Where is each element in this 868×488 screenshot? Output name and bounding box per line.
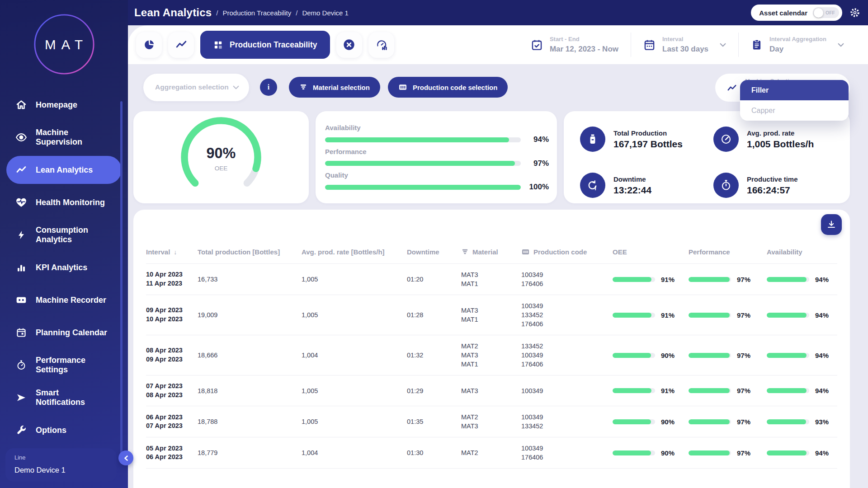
total-production-stat: Total Production 167,197 Bottles — [580, 127, 713, 152]
availability-cell: 94% — [767, 449, 837, 457]
trend-view-button[interactable] — [168, 32, 194, 58]
rate-cell: 1,005 — [302, 418, 407, 425]
table-row[interactable]: 07 Apr 202308 Apr 2023 18,818 1,005 01:2… — [146, 375, 837, 406]
total-cell: 18,666 — [198, 352, 302, 359]
col-total-production[interactable]: Total production [Bottles] — [198, 248, 302, 256]
app-logo[interactable]: MAT — [0, 0, 128, 89]
calendar-check-icon — [531, 39, 543, 51]
quality-meter: Quality 100% — [325, 171, 549, 192]
table-row[interactable]: 06 Apr 202307 Apr 2023 18,788 1,005 01:3… — [146, 406, 837, 437]
bottle-icon — [580, 127, 605, 152]
sidebar-item-smart-notifications[interactable]: Smart Notifications — [6, 381, 122, 414]
oee-label: OEE — [215, 165, 228, 172]
asset-calendar-label: Asset calendar — [759, 9, 807, 17]
performance-meter: Performance 97% — [325, 148, 549, 168]
material-icon — [461, 248, 469, 256]
machine-selection-menu: Filler Capper — [740, 80, 849, 121]
asset-calendar-toggle[interactable]: OFF — [813, 7, 839, 18]
sidebar-item-homepage[interactable]: Homepage — [6, 89, 122, 121]
heart-pulse-icon — [15, 197, 27, 208]
performance-cell: 97% — [689, 352, 767, 359]
sidebar-collapse-button[interactable] — [118, 450, 133, 465]
table-header: Interval ↓ Total production [Bottles] Av… — [146, 210, 837, 264]
table-row[interactable]: 10 Apr 202311 Apr 2023 16,733 1,005 01:2… — [146, 264, 837, 295]
sidebar-item-kpi-analytics[interactable]: KPI Analytics — [6, 251, 122, 284]
sidebar-item-machine-supervision[interactable]: Machine Supervision — [6, 121, 122, 154]
col-interval[interactable]: Interval ↓ — [146, 248, 198, 256]
pie-chart-view-button[interactable] — [136, 32, 162, 58]
menu-item-filler[interactable]: Filler — [740, 80, 849, 100]
material-cell: MAT2 — [461, 448, 521, 457]
gauge-report-view-button[interactable] — [368, 32, 394, 58]
production-traceability-button[interactable]: Production Traceability — [200, 31, 330, 59]
machine-selection-control[interactable]: Machine Selection Filler Capper — [715, 74, 850, 102]
rate-cell: 1,005 — [302, 276, 407, 283]
gauge-chart-icon — [375, 39, 387, 51]
col-performance[interactable]: Performance — [689, 248, 767, 256]
col-material[interactable]: Material — [461, 248, 521, 256]
code-cell: 100349176406 — [521, 270, 613, 288]
sidebar-item-health-monitoring[interactable]: Health Monitoring — [6, 186, 122, 219]
table-row[interactable]: 09 Apr 202310 Apr 2023 19,009 1,005 01:2… — [146, 295, 837, 335]
interval-cell: 06 Apr 202307 Apr 2023 — [146, 413, 198, 431]
download-button[interactable] — [821, 214, 842, 235]
date-range-control[interactable]: Start - End Mar 12, 2023 - Now — [519, 36, 631, 54]
asset-calendar-control: Asset calendar OFF — [751, 5, 842, 21]
menu-item-capper[interactable]: Capper — [740, 100, 849, 121]
material-selection-button[interactable]: Material selection — [289, 77, 380, 98]
downtime-cell: 01:20 — [407, 276, 461, 283]
table-row[interactable]: 05 Apr 202306 Apr 2023 18,779 1,004 01:3… — [146, 437, 837, 469]
breadcrumb-item-device[interactable]: Demo Device 1 — [302, 9, 349, 17]
cassette-icon — [15, 294, 27, 306]
sidebar-item-performance-settings[interactable]: Performance Settings — [6, 349, 122, 381]
oee-cell: 91% — [613, 387, 689, 394]
aggregation-select[interactable]: Aggregation selection — [143, 74, 249, 101]
col-production-code[interactable]: Production code — [521, 248, 613, 256]
performance-cell: 97% — [689, 276, 767, 283]
production-traceability-label: Production Traceability — [230, 40, 317, 50]
calendar-icon — [15, 327, 27, 338]
speedometer-icon — [713, 127, 739, 152]
code-cell: 100349 — [521, 386, 613, 395]
sidebar-item-lean-analytics[interactable]: Lean Analytics — [6, 156, 122, 184]
chevron-down-icon — [720, 41, 726, 49]
device-selector-card[interactable]: Line Demo Device 1 — [5, 448, 117, 482]
sidebar-scrollbar[interactable] — [120, 101, 123, 458]
col-avg-prod-rate[interactable]: Avg. prod. rate [Bottles/h] — [302, 248, 407, 256]
col-availability[interactable]: Availability — [767, 248, 837, 256]
availability-meter: Availability 94% — [325, 124, 549, 144]
calendar-dots-icon — [643, 39, 656, 51]
clear-view-button[interactable] — [336, 32, 362, 58]
info-button[interactable]: i — [260, 79, 277, 96]
availability-cell: 93% — [767, 418, 837, 426]
interval-control[interactable]: Interval Last 30 days — [631, 36, 738, 54]
sidebar-item-consumption-analytics[interactable]: Consumption Analytics — [6, 219, 122, 251]
info-icon: i — [268, 83, 269, 91]
settings-gear-icon[interactable] — [849, 7, 861, 19]
sidebar-item-machine-recorder[interactable]: Machine Recorder — [6, 284, 122, 316]
code-cell: 100349133452176406 — [521, 301, 613, 328]
breadcrumb-item-section[interactable]: Production Traceability — [222, 9, 291, 17]
interval-cell: 09 Apr 202310 Apr 2023 — [146, 306, 198, 324]
production-code-selection-button[interactable]: Production code selection — [388, 77, 508, 98]
code-cell: 100349133452 — [521, 413, 613, 431]
availability-cell: 94% — [767, 387, 837, 394]
total-cell: 16,733 — [198, 276, 302, 283]
sidebar-item-options[interactable]: Options — [6, 414, 122, 446]
col-downtime[interactable]: Downtime — [407, 248, 461, 256]
trend-line-icon — [15, 164, 27, 175]
kpi-row: 90% OEE Availability 94% Performance 97% — [133, 111, 850, 203]
table-row[interactable]: 08 Apr 202309 Apr 2023 18,666 1,004 01:3… — [146, 335, 837, 375]
sort-descending-icon: ↓ — [174, 249, 177, 256]
productive-time-stat: Productive time 166:24:57 — [713, 173, 841, 198]
view-switcher: Production Traceability — [136, 31, 394, 59]
interval-aggregation-label: Interval Aggregation — [769, 36, 826, 42]
material-cell: MAT2MAT3MAT1 — [461, 342, 521, 369]
chevron-left-icon — [124, 455, 128, 461]
toggle-knob — [814, 8, 823, 18]
col-oee[interactable]: OEE — [613, 248, 689, 256]
interval-aggregation-control[interactable]: Interval Aggregation Day — [739, 36, 856, 54]
sidebar-item-planning-calendar[interactable]: Planning Calendar — [6, 316, 122, 349]
performance-cell: 97% — [689, 418, 767, 426]
stopwatch-icon — [713, 173, 739, 198]
